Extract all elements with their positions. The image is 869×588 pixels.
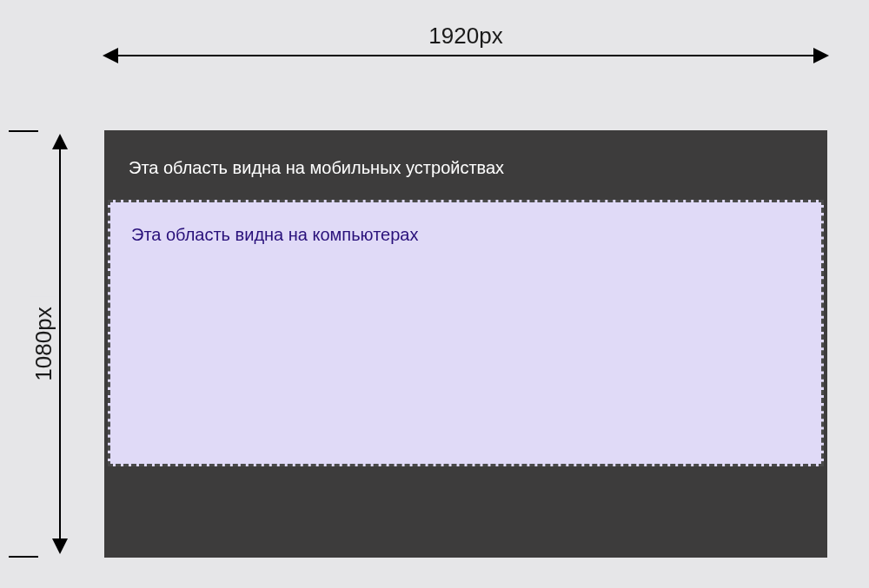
- horizontal-arrow-icon: [104, 55, 827, 56]
- height-dimension-label: 1080px: [30, 296, 57, 391]
- height-dimension: 1080px: [9, 130, 96, 558]
- desktop-visible-area: Эта область видна на компьютерах: [108, 200, 824, 466]
- desktop-visible-area-label: Эта область видна на компьютерах: [131, 225, 418, 245]
- viewport-frame: Эта область видна на мобильных устройств…: [104, 130, 827, 558]
- width-dimension: 1920px: [104, 23, 827, 75]
- dimension-tick-bottom: [9, 556, 38, 558]
- dimension-tick-top: [9, 130, 38, 132]
- mobile-visible-area-label: Эта область видна на мобильных устройств…: [129, 158, 504, 178]
- width-dimension-label: 1920px: [104, 23, 827, 50]
- vertical-arrow-icon: [59, 135, 61, 552]
